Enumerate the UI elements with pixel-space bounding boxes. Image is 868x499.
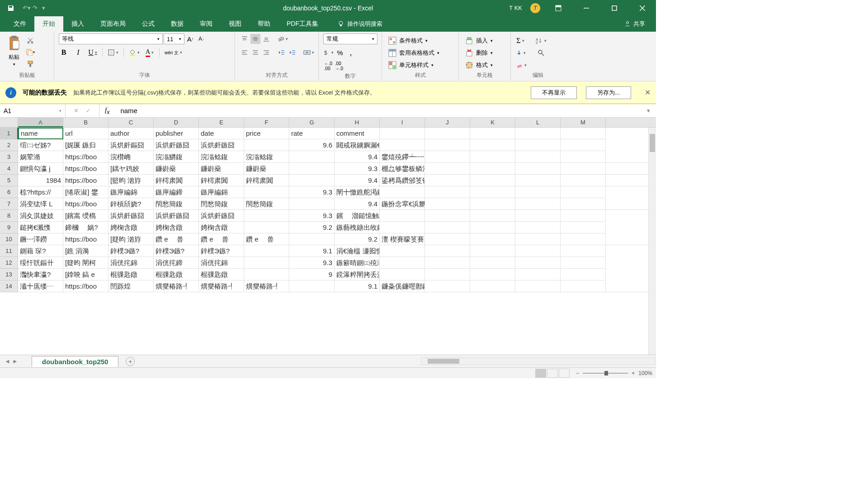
find-select-icon[interactable] (536, 48, 546, 58)
zoom-slider[interactable] (583, 373, 628, 374)
cell[interactable]: 9.2 (289, 222, 335, 233)
font-name-input[interactable]: 等线▾ (59, 33, 163, 44)
cell[interactable]: 9.6 (289, 139, 335, 151)
cell[interactable] (515, 175, 561, 186)
align-center-icon[interactable] (250, 48, 260, 57)
cell[interactable] (380, 257, 425, 269)
cell[interactable]: 9.3 (289, 257, 335, 269)
zoom-out-icon[interactable]: − (576, 370, 579, 376)
cell[interactable]: 鏃庘編鍗 (154, 186, 199, 198)
cell[interactable] (425, 163, 470, 175)
col-header[interactable]: I (380, 118, 425, 127)
format-cells-button[interactable]: 格式▾ (463, 60, 495, 71)
cell[interactable]: 鋈栲爲鑽邠笅锛屾坏鍑哄崻涳狂紝浣犲鮧鍗㈩枤 (380, 175, 425, 186)
user-name[interactable]: T KK (509, 5, 522, 11)
align-top-icon[interactable] (240, 34, 250, 44)
cell[interactable]: 閆跞煌 (108, 280, 154, 292)
zoom-level[interactable]: 100% (638, 370, 652, 376)
cell[interactable] (425, 128, 470, 139)
cell[interactable]: [娓匽 鏃归 (63, 139, 108, 151)
align-right-icon[interactable] (261, 48, 271, 57)
cell[interactable] (561, 139, 606, 151)
delete-cells-button[interactable]: 删除▾ (463, 48, 495, 58)
cell[interactable]: 浣滃鲶鍑 (244, 151, 289, 163)
alert-dismiss-button[interactable]: 不再显示 (531, 86, 577, 99)
cell[interactable]: 鏃庘編錦 (108, 186, 154, 198)
cell[interactable] (425, 222, 470, 233)
cell[interactable]: 鐮嶎燊 (154, 163, 199, 175)
cell[interactable]: 9.3 (335, 163, 380, 175)
cell[interactable] (470, 269, 515, 280)
col-header[interactable]: J (425, 118, 470, 127)
font-size-input[interactable]: 11▾ (164, 33, 184, 44)
cell[interactable] (561, 280, 606, 292)
cell[interactable] (244, 186, 289, 198)
cell[interactable]: 鐮嶎燊 (244, 163, 289, 175)
cell[interactable]: 灎快聿瀛? (18, 269, 63, 280)
cancel-formula-icon[interactable]: ✕ (74, 107, 79, 114)
autosum-icon[interactable]: Σ (515, 36, 525, 46)
redo-icon[interactable]: ↷ (33, 5, 38, 11)
format-painter-icon[interactable] (25, 59, 35, 69)
col-header[interactable]: E (199, 118, 244, 127)
col-header[interactable]: A (18, 118, 63, 127)
cell[interactable] (470, 222, 515, 233)
cell[interactable]: 椋?https:// (18, 186, 63, 198)
cell[interactable]: 绾㈡ゼ姊? (18, 139, 63, 151)
cell[interactable] (561, 151, 606, 163)
cell[interactable]: 鋅樗肃闐 (244, 175, 289, 186)
cell[interactable]: 閮戒簯鐪嬩漏€呼梲锛岃氪瑙 e 否涓嗡懺锛? (335, 139, 380, 151)
cell[interactable] (515, 186, 561, 198)
sheet-nav-next-icon[interactable]: ► (12, 358, 18, 365)
cell[interactable] (561, 233, 606, 245)
cell-styles-button[interactable]: 单元格样式▾ (387, 60, 435, 71)
cell[interactable]: 鋅樸Э鏃? (154, 245, 199, 257)
qat-more-icon[interactable]: ▾ (42, 5, 45, 11)
cell[interactable]: url (63, 128, 108, 139)
cell[interactable]: 鍘惧勾瀛 j (18, 163, 63, 175)
cell[interactable]: 娉椈含鐓 (108, 222, 154, 233)
cell[interactable] (515, 198, 561, 210)
cell[interactable]: 9.3 (289, 210, 335, 222)
cell[interactable]: 鏃庘編錦 (199, 186, 244, 198)
cell[interactable]: [鎿咉 鎬 e (63, 269, 108, 280)
cell[interactable]: 閇愁簡鍑 (244, 198, 289, 210)
cell[interactable]: 9.4 (335, 175, 380, 186)
cell[interactable] (380, 222, 425, 233)
cell[interactable]: 涓侊挓錦 (108, 257, 154, 269)
cell[interactable] (606, 151, 651, 163)
cell[interactable]: author (108, 128, 154, 139)
col-header[interactable]: L (515, 118, 561, 127)
close-icon[interactable] (632, 0, 652, 16)
col-header[interactable]: K (470, 118, 515, 127)
cell[interactable]: [籎昀 汹斿 (108, 233, 154, 245)
cell[interactable]: 娉椈含鐓 (154, 222, 199, 233)
col-header[interactable]: C (108, 118, 154, 127)
increase-indent-icon[interactable] (288, 48, 297, 57)
cell[interactable]: 娲荤潃 (18, 151, 63, 163)
select-all-corner[interactable] (0, 118, 18, 127)
cell[interactable] (561, 163, 606, 175)
cell[interactable]: 浣欑崅 (108, 151, 154, 163)
cell[interactable] (561, 198, 606, 210)
view-page-layout-icon[interactable] (547, 369, 558, 378)
horizontal-scrollbar[interactable] (421, 357, 656, 365)
sort-filter-icon[interactable]: AZ (535, 36, 547, 46)
cell[interactable]: [鐎 涓漪 (63, 245, 108, 257)
cell[interactable]: 鍗槶 娲? (63, 222, 108, 233)
cell[interactable] (425, 233, 470, 245)
cell[interactable]: 瀸十庣缕┄ (18, 280, 63, 292)
cell[interactable]: 鋅槓斦娆? (108, 198, 154, 210)
comma-icon[interactable]: , (346, 48, 356, 57)
cell[interactable]: 閛十憿鐎舵渇鑮勳埍鄯咃紝閭忛 鑰岍€? (335, 186, 380, 198)
align-middle-icon[interactable] (250, 34, 260, 44)
cell[interactable] (470, 210, 515, 222)
cell[interactable] (289, 198, 335, 210)
cell[interactable]: 鏃藝栧鎕出敀鑮勳杓瀛≌鞠鎿? (335, 222, 380, 233)
row-header[interactable]: 11 (0, 245, 18, 257)
zoom-in-icon[interactable]: + (632, 370, 635, 376)
italic-button[interactable]: I (73, 48, 83, 57)
tab-view[interactable]: 视图 (221, 16, 250, 32)
cell[interactable]: comment (335, 128, 380, 139)
cell[interactable] (515, 163, 561, 175)
